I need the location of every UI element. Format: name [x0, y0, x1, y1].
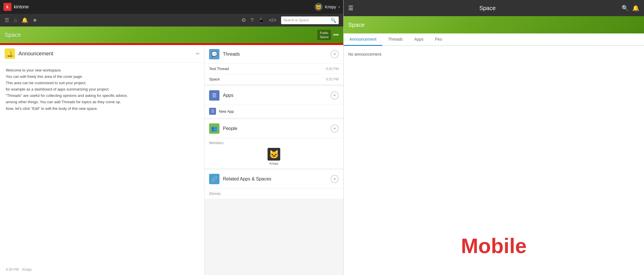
related-icon: 🔗	[209, 174, 219, 184]
more-options-button[interactable]: •••	[333, 32, 339, 38]
tab-people[interactable]: Peo	[429, 33, 448, 46]
people-widget-title: People	[223, 126, 327, 131]
people-section: Members 🐱 Krispy	[204, 138, 343, 168]
main-content: 🔔 Announcement ✏ Welcome to your new wor…	[0, 45, 343, 275]
threads-widget-title: Threads	[223, 52, 327, 57]
search-input[interactable]	[283, 18, 329, 22]
app-item[interactable]: ☰ New App	[204, 105, 343, 118]
tab-apps[interactable]: Apps	[409, 33, 429, 46]
kintone-logo: k kintone	[3, 3, 29, 11]
related-none-text: (None)	[204, 189, 343, 199]
user-menu[interactable]: 🐱 Krispy ▾	[315, 3, 340, 11]
user-name: Krispy	[325, 5, 336, 9]
announcement-header: 🔔 Announcement ✏	[0, 45, 204, 63]
home-icon[interactable]: ⌂	[14, 17, 17, 23]
threads-icon: 💬	[209, 49, 219, 59]
desktop-section: k kintone 🐱 Krispy ▾ ☰ ⌂ 🔔 ★ ⚙ ? 📱 </> 🔍…	[0, 0, 343, 275]
tablet-icon[interactable]: 📱	[258, 17, 264, 23]
people-icon: 👥	[209, 123, 219, 134]
bell-icon[interactable]: 🔔	[22, 17, 28, 23]
member-name: Krispy	[270, 162, 279, 165]
code-icon[interactable]: </>	[269, 17, 276, 23]
announcement-footer: 9:38 PM Krispy	[0, 264, 204, 275]
related-widget: 🔗 Related Apps & Spaces + (None)	[204, 170, 343, 199]
kintone-logo-icon: k	[3, 3, 12, 11]
help-icon[interactable]: ?	[251, 17, 253, 23]
hamburger-icon[interactable]: ☰	[5, 17, 9, 23]
logo-text: kintone	[14, 4, 29, 10]
mobile-search-icon[interactable]: 🔍	[622, 5, 629, 12]
mobile-top-bar: ☰ Space 🔍 🔔	[344, 0, 644, 16]
apps-add-button[interactable]: +	[331, 91, 339, 99]
public-space-button[interactable]: Public Space	[317, 30, 331, 40]
people-add-button[interactable]: +	[331, 125, 339, 133]
mobile-announcement-content: No announcement.	[344, 46, 644, 63]
apps-widget: ☰ Apps + ☰ New App	[204, 86, 343, 118]
announcement-user: Krispy	[22, 268, 32, 272]
user-avatar-icon: 🐱	[315, 3, 323, 11]
mobile-hamburger-icon[interactable]: ☰	[348, 5, 353, 12]
thread-item[interactable]: Space 9:32 PM	[204, 74, 343, 84]
tab-announcement[interactable]: Announcement	[344, 33, 382, 46]
announcement-time: 9:38 PM	[6, 268, 19, 272]
second-nav: ☰ ⌂ 🔔 ★ ⚙ ? 📱 </> 🔍	[0, 14, 343, 27]
member-item[interactable]: 🐱 Krispy	[209, 148, 339, 165]
members-label: Members	[209, 141, 339, 145]
apps-icon: ☰	[209, 90, 219, 101]
user-chevron-icon: ▾	[338, 5, 340, 9]
tab-threads[interactable]: Threads	[382, 33, 408, 46]
no-announcement-text: No announcement.	[348, 52, 382, 56]
mobile-space-banner: Space	[344, 16, 644, 33]
top-nav: k kintone 🐱 Krispy ▾	[0, 0, 343, 14]
space-title: Space	[5, 32, 21, 38]
star-icon[interactable]: ★	[33, 17, 37, 23]
mobile-space-name: Space	[348, 22, 365, 28]
people-widget: 👥 People + Members 🐱 Krispy	[204, 119, 343, 168]
search-icon: 🔍	[331, 18, 336, 23]
announcement-text: Welcome to your new workspace. You can e…	[6, 67, 198, 112]
related-widget-title: Related Apps & Spaces	[223, 176, 327, 182]
mobile-tabs: Announcement Threads Apps Peo	[344, 33, 644, 46]
threads-widget-header: 💬 Threads +	[204, 45, 343, 64]
related-widget-header: 🔗 Related Apps & Spaces +	[204, 170, 343, 189]
people-widget-header: 👥 People +	[204, 119, 343, 138]
app-item-icon: ☰	[209, 108, 216, 115]
right-panel: 💬 Threads + Test Thread 9:40 PM Space 9:…	[204, 45, 343, 275]
thread-item[interactable]: Test Thread 9:40 PM	[204, 64, 343, 74]
threads-widget: 💬 Threads + Test Thread 9:40 PM Space 9:…	[204, 45, 343, 84]
apps-widget-title: Apps	[223, 93, 327, 98]
gear-icon[interactable]: ⚙	[241, 17, 246, 23]
mobile-section: ☰ Space 🔍 🔔 Space Announcement Threads A…	[343, 0, 644, 275]
apps-widget-header: ☰ Apps +	[204, 86, 343, 105]
announcement-title: Announcement	[18, 51, 192, 57]
mobile-bell-icon[interactable]: 🔔	[632, 5, 639, 12]
mobile-label: Mobile	[461, 234, 527, 258]
search-box[interactable]: 🔍	[281, 16, 339, 24]
space-header-actions: Public Space •••	[317, 30, 339, 40]
edit-icon[interactable]: ✏	[196, 51, 200, 56]
announcement-panel: 🔔 Announcement ✏ Welcome to your new wor…	[0, 45, 204, 275]
mobile-content-area: No announcement. Mobile	[344, 46, 644, 275]
related-add-button[interactable]: +	[331, 175, 339, 183]
member-avatar-icon: 🐱	[268, 148, 280, 161]
space-header: Space Public Space •••	[0, 27, 343, 43]
mobile-top-title: Space	[357, 5, 618, 12]
announcement-body: Welcome to your new workspace. You can e…	[0, 63, 204, 264]
announcement-bell-icon: 🔔	[5, 48, 15, 59]
threads-add-button[interactable]: +	[331, 50, 339, 58]
